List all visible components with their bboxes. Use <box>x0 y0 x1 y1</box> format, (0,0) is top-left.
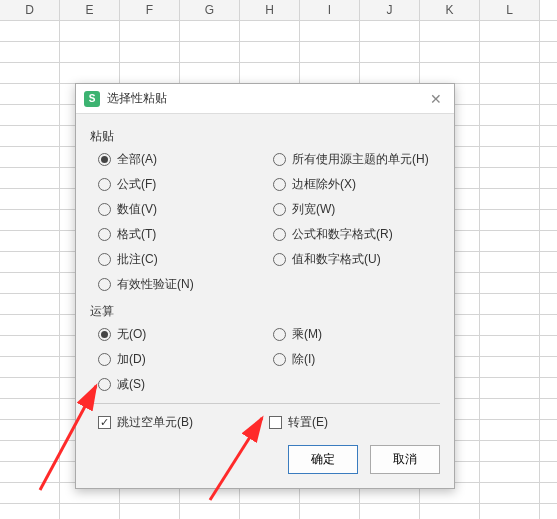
grid-cell[interactable] <box>300 504 360 519</box>
cancel-button[interactable]: 取消 <box>370 445 440 474</box>
grid-cell[interactable] <box>480 504 540 519</box>
grid-cell[interactable] <box>300 63 360 83</box>
paste-formulanum-radio[interactable]: 公式和数字格式(R) <box>273 226 440 243</box>
skip-blanks-checkbox[interactable]: 跳过空单元(B) <box>98 414 269 431</box>
grid-cell[interactable] <box>0 168 60 188</box>
col-header[interactable]: F <box>120 0 180 20</box>
grid-cell[interactable] <box>0 252 60 272</box>
grid-cell[interactable] <box>0 84 60 104</box>
col-header[interactable]: H <box>240 0 300 20</box>
grid-cell[interactable] <box>120 21 180 41</box>
grid-cell[interactable] <box>0 147 60 167</box>
grid-cell[interactable] <box>180 504 240 519</box>
grid-cell[interactable] <box>420 63 480 83</box>
grid-cell[interactable] <box>480 210 540 230</box>
grid-cell[interactable] <box>480 441 540 461</box>
col-header[interactable]: D <box>0 0 60 20</box>
grid-cell[interactable] <box>480 462 540 482</box>
grid-cell[interactable] <box>0 483 60 503</box>
col-header[interactable]: J <box>360 0 420 20</box>
paste-comment-radio[interactable]: 批注(C) <box>98 251 265 268</box>
grid-cell[interactable] <box>480 84 540 104</box>
col-header[interactable]: L <box>480 0 540 20</box>
grid-cell[interactable] <box>480 42 540 62</box>
grid-cell[interactable] <box>480 168 540 188</box>
grid-cell[interactable] <box>300 42 360 62</box>
grid-cell[interactable] <box>480 147 540 167</box>
grid-cell[interactable] <box>0 189 60 209</box>
grid-cell[interactable] <box>0 231 60 251</box>
grid-cell[interactable] <box>60 504 120 519</box>
paste-noborder-radio[interactable]: 边框除外(X) <box>273 176 440 193</box>
close-icon[interactable]: ✕ <box>426 91 446 107</box>
grid-cell[interactable] <box>0 105 60 125</box>
grid-cell[interactable] <box>480 126 540 146</box>
grid-cell[interactable] <box>420 42 480 62</box>
paste-valuenum-radio[interactable]: 值和数字格式(U) <box>273 251 440 268</box>
grid-cell[interactable] <box>60 63 120 83</box>
grid-cell[interactable] <box>420 21 480 41</box>
grid-cell[interactable] <box>240 21 300 41</box>
grid-cell[interactable] <box>120 504 180 519</box>
grid-cell[interactable] <box>240 63 300 83</box>
grid-cell[interactable] <box>480 273 540 293</box>
grid-cell[interactable] <box>0 441 60 461</box>
grid-cell[interactable] <box>0 21 60 41</box>
grid-cell[interactable] <box>480 315 540 335</box>
col-header[interactable]: G <box>180 0 240 20</box>
grid-cell[interactable] <box>480 420 540 440</box>
grid-cell[interactable] <box>480 105 540 125</box>
op-divide-radio[interactable]: 除(I) <box>273 351 440 368</box>
grid-cell[interactable] <box>480 399 540 419</box>
grid-cell[interactable] <box>480 63 540 83</box>
paste-value-radio[interactable]: 数值(V) <box>98 201 265 218</box>
grid-cell[interactable] <box>480 336 540 356</box>
grid-cell[interactable] <box>60 21 120 41</box>
grid-cell[interactable] <box>0 462 60 482</box>
paste-validation-radio[interactable]: 有效性验证(N) <box>98 276 265 293</box>
paste-theme-radio[interactable]: 所有使用源主题的单元(H) <box>273 151 440 168</box>
op-add-radio[interactable]: 加(D) <box>98 351 265 368</box>
grid-cell[interactable] <box>180 63 240 83</box>
grid-cell[interactable] <box>240 504 300 519</box>
grid-cell[interactable] <box>240 42 300 62</box>
grid-cell[interactable] <box>0 273 60 293</box>
grid-cell[interactable] <box>360 42 420 62</box>
grid-cell[interactable] <box>360 63 420 83</box>
grid-cell[interactable] <box>480 357 540 377</box>
grid-cell[interactable] <box>480 483 540 503</box>
grid-cell[interactable] <box>0 63 60 83</box>
grid-cell[interactable] <box>0 336 60 356</box>
col-header[interactable]: E <box>60 0 120 20</box>
transpose-checkbox[interactable]: 转置(E) <box>269 414 440 431</box>
col-header[interactable]: K <box>420 0 480 20</box>
grid-cell[interactable] <box>480 189 540 209</box>
grid-cell[interactable] <box>0 210 60 230</box>
grid-cell[interactable] <box>180 21 240 41</box>
paste-all-radio[interactable]: 全部(A) <box>98 151 265 168</box>
op-none-radio[interactable]: 无(O) <box>98 326 265 343</box>
paste-colwidth-radio[interactable]: 列宽(W) <box>273 201 440 218</box>
ok-button[interactable]: 确定 <box>288 445 358 474</box>
grid-cell[interactable] <box>180 42 240 62</box>
grid-cell[interactable] <box>0 378 60 398</box>
op-multiply-radio[interactable]: 乘(M) <box>273 326 440 343</box>
grid-cell[interactable] <box>300 21 360 41</box>
grid-cell[interactable] <box>120 42 180 62</box>
grid-cell[interactable] <box>480 21 540 41</box>
grid-cell[interactable] <box>0 504 60 519</box>
grid-cell[interactable] <box>0 315 60 335</box>
paste-formula-radio[interactable]: 公式(F) <box>98 176 265 193</box>
grid-cell[interactable] <box>0 42 60 62</box>
grid-cell[interactable] <box>0 126 60 146</box>
col-header[interactable]: I <box>300 0 360 20</box>
grid-cell[interactable] <box>480 378 540 398</box>
grid-cell[interactable] <box>360 21 420 41</box>
grid-cell[interactable] <box>0 294 60 314</box>
grid-cell[interactable] <box>480 231 540 251</box>
grid-cell[interactable] <box>480 294 540 314</box>
grid-cell[interactable] <box>360 504 420 519</box>
grid-cell[interactable] <box>0 357 60 377</box>
grid-cell[interactable] <box>420 504 480 519</box>
grid-cell[interactable] <box>120 63 180 83</box>
